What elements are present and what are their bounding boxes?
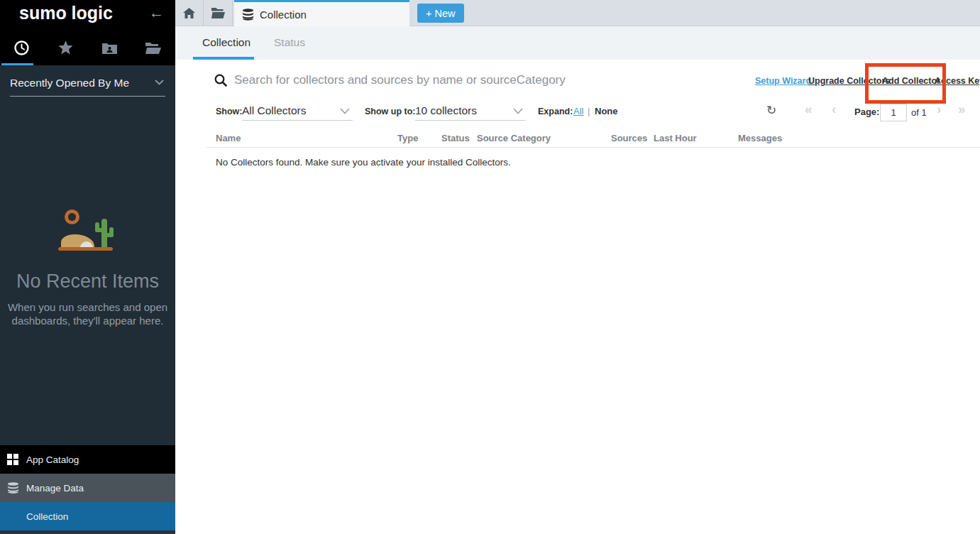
cactus-icon [101, 219, 107, 247]
page-number-input[interactable] [880, 104, 907, 121]
column-header-messages: Messages [738, 133, 782, 143]
star-icon [58, 40, 73, 55]
highlight-box-add-collector [865, 63, 946, 104]
next-page-button[interactable]: › [937, 102, 941, 117]
tab-collection[interactable]: Collection [234, 0, 409, 26]
refresh-icon[interactable]: ↻ [766, 103, 776, 118]
show-filter-select[interactable]: All Collectors [242, 102, 353, 121]
search-icon [214, 74, 227, 87]
sidebar-nav [0, 32, 175, 63]
recent-items-dropdown[interactable]: Recently Opened By Me [10, 72, 165, 97]
show-up-to-label: Show up to: [365, 107, 416, 116]
subtab-bar: Collection Status [175, 26, 980, 60]
column-header-last-hour: Last Hour [654, 133, 697, 143]
setup-wizard-link[interactable]: Setup Wizard [755, 76, 811, 86]
sidebar-tab-library[interactable] [131, 32, 175, 63]
page-count-text: of 1 [911, 107, 927, 118]
search-input[interactable] [234, 71, 632, 89]
prev-page-button[interactable]: ‹ [832, 102, 836, 117]
database-icon [242, 9, 254, 21]
home-button[interactable] [175, 0, 204, 26]
top-tab-strip: Collection + New [175, 0, 980, 26]
column-header-status: Status [441, 133, 470, 143]
main-content [175, 60, 980, 534]
sidebar: sumo logic ← [0, 0, 175, 534]
sidebar-header: sumo logic ← [0, 0, 175, 65]
chevron-down-icon [340, 108, 350, 114]
tab-collection-label: Collection [260, 9, 307, 21]
show-filter-label: Show: [216, 107, 243, 116]
column-header-source-category: Source Category [477, 133, 551, 143]
no-recent-items-title: No Recent Items [0, 271, 175, 293]
expand-all-link[interactable]: All [573, 106, 583, 116]
sidebar-tab-recents[interactable] [0, 32, 44, 63]
subtab-status[interactable]: Status [274, 36, 305, 49]
sun-icon [65, 209, 79, 224]
column-header-type: Type [397, 133, 418, 143]
sidebar-bottom-strip [0, 530, 175, 534]
nav-active-indicator [1, 63, 33, 65]
chevron-down-icon [155, 80, 164, 85]
subtab-collection[interactable]: Collection [202, 36, 250, 49]
folder-icon [211, 8, 225, 18]
first-page-button[interactable]: « [805, 102, 813, 117]
new-button[interactable]: + New [417, 4, 464, 23]
sidebar-item-collection[interactable]: Collection [0, 502, 175, 530]
open-folder-icon [145, 42, 161, 54]
ground-line [58, 247, 113, 251]
home-icon [183, 8, 195, 18]
recent-items-dropdown-label: Recently Opened By Me [10, 77, 129, 89]
expand-label: Expand: [538, 107, 573, 116]
sidebar-tab-favorites[interactable] [44, 32, 88, 63]
column-header-name: Name [216, 133, 241, 143]
database-icon [7, 482, 26, 494]
show-up-to-select[interactable]: 10 collectors [415, 102, 526, 121]
folder-user-icon [102, 42, 117, 54]
clock-icon [14, 40, 29, 55]
column-header-sources: Sources [611, 133, 647, 143]
sidebar-item-app-catalog[interactable]: App Catalog [0, 445, 175, 474]
no-collectors-message: No Collectors found. Make sure you activ… [216, 157, 511, 168]
chevron-down-icon [513, 108, 523, 114]
page-label: Page: [854, 107, 879, 117]
expand-separator: | [588, 106, 590, 116]
collapse-sidebar-icon[interactable]: ← [149, 4, 164, 21]
sidebar-tab-shared[interactable] [88, 32, 132, 63]
grid-icon [7, 454, 26, 465]
no-recent-items-subtitle: When you run searches and open dashboard… [0, 300, 175, 327]
expand-none-link[interactable]: None [595, 106, 618, 116]
sidebar-item-manage-data[interactable]: Manage Data [0, 474, 175, 502]
desert-illustration [53, 209, 124, 252]
last-page-button[interactable]: » [958, 102, 966, 117]
sumo-logic-logo: sumo logic [19, 3, 113, 23]
library-button[interactable] [204, 0, 233, 26]
app-window: sumo logic ← [0, 0, 980, 534]
table-header-divider [206, 147, 980, 148]
